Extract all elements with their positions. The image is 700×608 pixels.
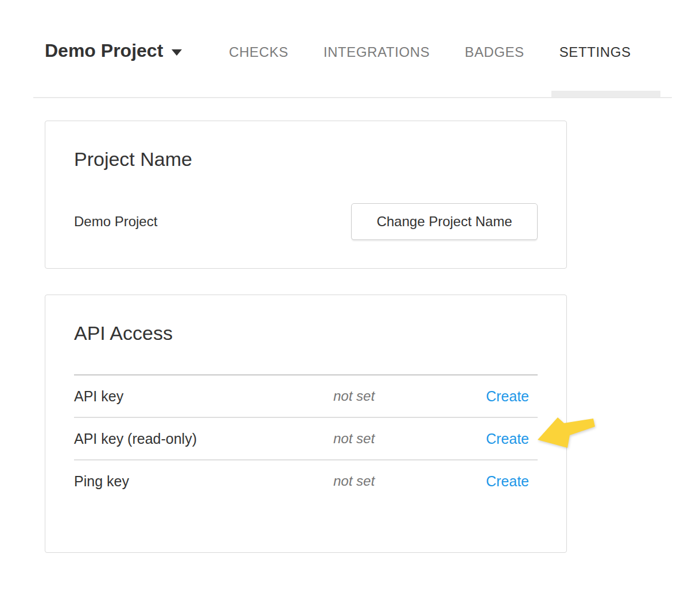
project-title: Demo Project — [45, 40, 163, 61]
ping-key-label: Ping key — [74, 473, 333, 490]
project-name-card-title: Project Name — [74, 149, 538, 170]
main-nav: CHECKS INTEGRATIONS BADGES SETTINGS — [229, 44, 631, 60]
project-name-row: Demo Project Change Project Name — [74, 203, 538, 240]
tab-integrations[interactable]: INTEGRATIONS — [324, 44, 430, 60]
current-project-name: Demo Project — [74, 214, 157, 230]
api-key-label: API key — [74, 388, 333, 405]
project-selector-dropdown[interactable]: Demo Project — [45, 40, 182, 61]
chevron-down-icon — [172, 49, 182, 56]
api-access-card: API Access API key not set Create API ke… — [45, 295, 567, 553]
table-row-api-key-read-only: API key (read-only) not set Create — [74, 418, 538, 460]
ping-key-value: not set — [333, 473, 483, 489]
header-divider — [33, 97, 672, 98]
project-name-card: Project Name Demo Project Change Project… — [45, 121, 567, 269]
table-row-api-key: API key not set Create — [74, 375, 538, 418]
create-api-key-link[interactable]: Create — [486, 388, 529, 404]
tab-settings[interactable]: SETTINGS — [559, 44, 631, 60]
tab-badges[interactable]: BADGES — [465, 44, 524, 60]
create-api-key-read-only-link[interactable]: Create — [486, 431, 529, 447]
api-access-card-title: API Access — [74, 323, 538, 344]
table-row-ping-key: Ping key not set Create — [74, 460, 538, 502]
api-keys-table: API key not set Create API key (read-onl… — [74, 374, 538, 502]
api-key-read-only-label: API key (read-only) — [74, 431, 333, 447]
arrow-pointing-left-icon — [535, 415, 597, 450]
create-ping-key-link[interactable]: Create — [486, 473, 529, 489]
api-key-read-only-value: not set — [333, 431, 483, 447]
change-project-name-button[interactable]: Change Project Name — [351, 203, 538, 240]
tab-checks[interactable]: CHECKS — [229, 44, 289, 60]
api-key-value: not set — [333, 388, 483, 404]
